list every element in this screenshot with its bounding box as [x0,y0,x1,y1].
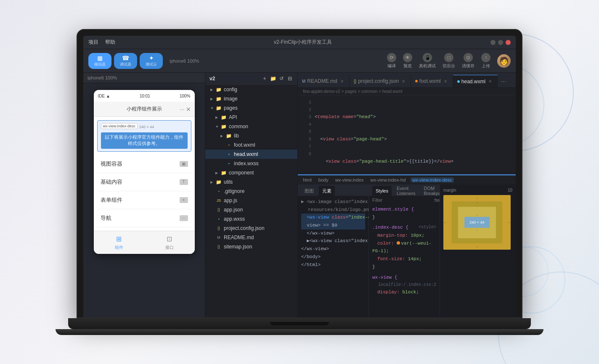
html-line-6: ▶<wx-view class="index-bd">_</wx-view> [301,237,365,245]
tree-item-image[interactable]: ▶ 📁 image [205,94,297,103]
file-tree-root-label: v2 [209,76,215,82]
highlight-element-text: 以下将展示小程序官方组件能力，组件样式仅供参考。 [101,132,188,149]
tab-head-close[interactable]: ✕ [487,79,493,84]
line-num-1: 1 [300,99,311,106]
styles-rule-index-desc: .index-desc { <style> margin-top: 10px; … [372,224,436,271]
path-item-wx-view-index[interactable]: wx-view.index [334,177,366,182]
list-item-form[interactable]: 表单组件 ≡ [97,191,191,209]
carrier-signal: IDE ▲ [98,94,110,98]
phone-nav-dots[interactable]: ··· ✕ [180,106,191,113]
action-upload[interactable]: ↑ 上传 [481,53,490,69]
list-label-basic-content: 基础内容 [101,178,122,186]
styles-hov-button[interactable]: :hov [434,198,440,203]
tab-project-config-close[interactable]: ✕ [400,78,406,84]
styles-wx-view-source[interactable]: localfile:/.index.css:2 [378,281,436,288]
tree-item-pages[interactable]: ▼ 📁 pages [205,103,297,113]
tree-item-index-wxss[interactable]: ▶ ▪ index.wxss [205,159,297,168]
phone-status-bar: IDE ▲ 10:01 100% [94,90,195,102]
code-line-2: <view class="page-head"> [315,136,514,143]
tab-more-button[interactable]: ··· [498,75,509,87]
html-view[interactable]: ▶ <wx-image class="index-logo" src="../r… [298,196,368,317]
refresh-tree-button[interactable]: ↺ [278,75,285,82]
tab-foot-wxml[interactable]: foot.wxml ✕ [411,75,453,87]
menu-project[interactable]: 项目 [88,39,98,46]
action-clear-cache[interactable]: ⊙ 清缓存 [462,53,474,69]
tab-foot-close[interactable]: ✕ [443,78,448,84]
devtools-tab-elements[interactable]: 元素 [319,186,335,196]
tab-project-config[interactable]: {} project.config.json ✕ [350,75,411,87]
file-icon-app-wxss: ▪ [215,216,222,222]
action-mobile-debug[interactable]: 📱 真机调试 [419,53,436,69]
styles-filter-input[interactable] [372,198,430,203]
box-margin-right: - [509,220,510,224]
tree-item-component[interactable]: ▶ 📁 component [205,168,297,177]
tree-item-config[interactable]: ▶ 📁 config [205,85,297,94]
close-button[interactable] [506,40,511,45]
path-item-body[interactable]: body [317,177,330,182]
mode-debugger-button[interactable]: ☎ 调试器 [114,53,137,69]
styles-tab-event-listeners[interactable]: Event Listeners [393,186,419,196]
minimize-button[interactable] [490,40,496,45]
html-panel: 图图 元素 ▶ <wx-image class="index-logo" src… [298,185,369,317]
action-compile[interactable]: ⟳ 编译 [387,53,396,69]
tab-readme[interactable]: M README.md ✕ [298,75,350,87]
mode-testcloud-label: 测试云 [146,62,157,67]
styles-index-desc-close: } [372,264,375,269]
devtools-tab-styles[interactable]: 图图 [301,186,317,196]
new-folder-button[interactable]: 📁 [270,75,276,82]
tree-item-readme[interactable]: ▶ M README.md [205,233,297,242]
tree-item-app-json[interactable]: ▶ {} app.json [205,205,297,214]
list-item-nav[interactable]: 导航 ··· [97,209,191,227]
action-cut-backend[interactable]: □ 切后台 [443,53,455,69]
styles-tab-dom-breakpoints[interactable]: DOM Breakpoints [421,186,440,196]
tree-item-project-config[interactable]: ▶ {} project.config.json [205,224,297,233]
tree-item-gitignore[interactable]: ▶ ▪ .gitignore [205,187,297,196]
maximize-button[interactable] [498,40,503,45]
folder-icon-image: 📁 [215,95,222,102]
menu-help[interactable]: 帮助 [105,39,115,46]
tab-readme-icon: M [302,79,305,84]
styles-margin-top: margin-top: 10px; [372,233,424,238]
tree-item-foot-wxml[interactable]: ▶ ▪ foot.wxml [205,140,297,150]
mode-simulator-button[interactable]: ▦ 模拟器 [88,53,111,69]
path-item-html[interactable]: html [301,177,313,182]
tab-foot-dot [415,80,418,82]
tree-item-utils[interactable]: ▶ 📁 utils [205,177,297,187]
file-icon-sitemap: {} [215,243,222,250]
list-item-view-container[interactable]: 视图容器 ▣ [97,155,191,173]
tree-label-gitignore: .gitignore [224,188,244,194]
window-controls [490,40,511,45]
phone-nav-api[interactable]: ⊡ 接口 [165,235,174,251]
tree-label-config: config [224,87,237,92]
html-line-9: </html> [301,261,365,269]
app-title: v2-FinClip小程序开发工具 [115,39,490,46]
action-preview[interactable]: 👁 预览 [403,53,412,69]
tree-item-head-wxml[interactable]: ▶ ▪ head.wxml [205,150,297,159]
tree-item-app-wxss[interactable]: ▶ ▪ app.wxss [205,214,297,224]
styles-tab-styles[interactable]: Styles [372,186,392,196]
tree-item-lib[interactable]: ▶ 📁 lib [205,131,297,140]
breadcrumb: fino-applet-demo-v2 pages common head.wx… [298,88,516,95]
html-line-4: view> == $0 [301,222,365,229]
list-item-basic-content[interactable]: 基础内容 T [97,173,191,191]
list-icon-basic-content: T [180,179,188,185]
user-avatar[interactable]: 🧑 [497,54,511,68]
tree-item-api[interactable]: ▶ 📁 API [205,113,297,122]
tree-item-common[interactable]: ▼ 📁 common [205,122,297,131]
tab-head-wxml[interactable]: head.wxml ✕ [453,75,498,87]
mode-testcloud-button[interactable]: ✦ 测试云 [140,53,163,69]
path-item-wx-view-index-hd[interactable]: wx-view.index-hd [369,177,408,182]
tree-label-image: image [224,96,238,102]
tree-item-app-js[interactable]: ▶ JS app.js [205,196,297,205]
file-icon-app-json: {} [215,206,222,213]
path-item-wx-view-index-desc[interactable]: wx-view.index-desc [411,177,454,182]
tab-readme-close[interactable]: ✕ [339,78,345,84]
tree-label-app-wxss: app.wxss [224,216,245,222]
code-line-1: <template name="head"> [315,113,514,121]
new-file-button[interactable]: + [261,75,268,82]
phone-nav-components[interactable]: ⊞ 组件 [114,235,124,251]
code-content[interactable]: <template name="head"> <view class="page… [313,95,516,174]
collapse-tree-button[interactable]: ⊟ [286,75,293,82]
tree-item-sitemap[interactable]: ▶ {} sitemap.json [205,242,297,251]
folder-icon-pages: 📁 [215,105,222,111]
